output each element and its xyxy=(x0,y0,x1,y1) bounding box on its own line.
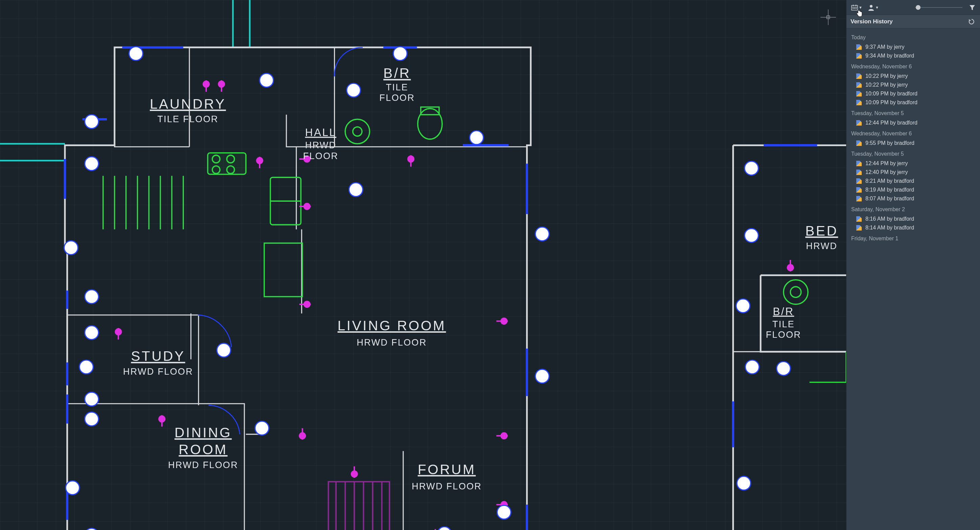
history-list[interactable]: Today9:37 AM by jerry9:34 AM by bradford… xyxy=(846,29,980,530)
svg-text:HRWD FLOOR: HRWD FLOOR xyxy=(168,460,238,470)
file-icon xyxy=(856,216,862,222)
svg-point-60 xyxy=(304,203,310,209)
svg-rect-177 xyxy=(853,8,854,9)
svg-text:FLOOR: FLOOR xyxy=(766,329,801,340)
svg-text:TILE: TILE xyxy=(772,319,795,329)
svg-text:1: 1 xyxy=(264,74,270,86)
history-entry[interactable]: 10:22 PM by jerry xyxy=(850,72,978,81)
svg-text:DINING: DINING xyxy=(175,425,232,440)
history-entry[interactable]: 10:09 PM by bradford xyxy=(850,89,978,98)
file-icon xyxy=(856,196,862,202)
svg-text:2: 2 xyxy=(740,300,746,312)
svg-point-62 xyxy=(304,301,310,307)
svg-text:STUDY: STUDY xyxy=(131,348,185,364)
svg-text:6: 6 xyxy=(501,506,507,519)
history-entry-label: 12:44 PM by bradford xyxy=(865,120,918,126)
file-icon xyxy=(856,91,862,97)
date-filter-button[interactable]: ▼ xyxy=(850,4,864,11)
history-entry-label: 12:44 PM by jerry xyxy=(865,160,908,166)
svg-point-76 xyxy=(256,157,262,163)
svg-text:3: 3 xyxy=(221,344,227,356)
svg-point-32 xyxy=(345,119,369,144)
svg-text:BED: BED xyxy=(805,223,838,239)
history-entry[interactable]: 12:44 PM by bradford xyxy=(850,118,978,127)
history-entry-label: 8:21 AM by bradford xyxy=(865,178,914,184)
history-entry[interactable]: 8:16 AM by bradford xyxy=(850,215,978,223)
svg-text:3: 3 xyxy=(68,242,74,254)
history-group-date: Wednesday, November 6 xyxy=(850,127,978,139)
svg-text:2: 2 xyxy=(397,47,403,59)
history-entry-label: 9:34 AM by bradford xyxy=(865,53,914,59)
history-entry[interactable]: 8:21 AM by bradford xyxy=(850,177,978,185)
history-entry[interactable]: 10:22 PM by jerry xyxy=(850,81,978,89)
svg-text:3: 3 xyxy=(539,228,545,240)
history-entry[interactable]: 12:40 PM by jerry xyxy=(850,168,978,177)
svg-point-180 xyxy=(870,5,872,8)
drawing-canvas[interactable]: 1 2 3 2 2 7 2 2 3 2 2 2 1 2 6 1 3 3 3 4 xyxy=(0,0,846,530)
svg-text:B/R: B/R xyxy=(383,65,411,81)
svg-text:2: 2 xyxy=(89,413,95,425)
svg-text:4: 4 xyxy=(259,422,265,434)
svg-point-165 xyxy=(791,287,801,297)
refresh-icon xyxy=(969,19,975,25)
history-group-date: Friday, November 1 xyxy=(850,232,978,244)
history-entry-label: 12:40 PM by jerry xyxy=(865,169,908,175)
svg-text:2: 2 xyxy=(741,477,747,489)
history-entry[interactable]: 9:37 AM by jerry xyxy=(850,43,978,51)
timeline-slider[interactable] xyxy=(915,5,963,10)
svg-text:ROOM: ROOM xyxy=(179,442,228,457)
history-entry-label: 10:22 PM by jerry xyxy=(865,82,908,88)
history-entry[interactable]: 10:09 PM by bradford xyxy=(850,98,978,107)
svg-text:FLOOR: FLOOR xyxy=(303,151,338,161)
svg-rect-178 xyxy=(854,8,855,9)
history-group-date: Today xyxy=(850,31,978,43)
file-icon xyxy=(856,187,862,193)
file-icon xyxy=(856,225,862,231)
svg-text:2: 2 xyxy=(89,291,95,303)
chevron-down-icon: ▼ xyxy=(859,5,862,10)
history-entry-label: 8:16 AM by bradford xyxy=(865,216,914,222)
svg-text:1: 1 xyxy=(474,132,480,144)
file-icon xyxy=(856,44,862,50)
svg-rect-42 xyxy=(328,482,390,530)
svg-text:HRWD FLOOR: HRWD FLOOR xyxy=(356,337,426,348)
history-entry-label: 8:07 AM by bradford xyxy=(865,196,914,202)
history-entry[interactable]: 8:14 AM by bradford xyxy=(850,223,978,232)
file-icon xyxy=(856,178,862,184)
panel-toolbar: ▼ ▼ xyxy=(846,0,980,15)
svg-text:2: 2 xyxy=(89,157,95,169)
history-entry-label: 10:09 PM by bradford xyxy=(865,99,918,105)
svg-text:LAUNDRY: LAUNDRY xyxy=(150,96,226,112)
svg-text:HRWD FLOOR: HRWD FLOOR xyxy=(412,481,482,492)
svg-text:7: 7 xyxy=(749,361,755,373)
history-group-date: Tuesday, November 5 xyxy=(850,107,978,118)
filter-button[interactable] xyxy=(968,4,977,11)
history-entry[interactable]: 8:19 AM by bradford xyxy=(850,185,978,194)
filter-icon xyxy=(969,5,975,11)
history-group-date: Tuesday, November 5 xyxy=(850,148,978,159)
svg-text:6: 6 xyxy=(353,184,359,196)
history-entry[interactable]: 12:44 PM by jerry xyxy=(850,159,978,168)
panel-title: Version History xyxy=(851,18,893,25)
svg-text:2: 2 xyxy=(89,393,95,405)
svg-text:B/R: B/R xyxy=(773,305,794,318)
file-icon xyxy=(856,120,862,126)
history-group-date: Wednesday, November 6 xyxy=(850,60,978,72)
svg-point-164 xyxy=(784,280,808,304)
svg-point-66 xyxy=(501,318,507,324)
refresh-button[interactable] xyxy=(967,18,976,26)
chevron-down-icon: ▼ xyxy=(875,5,879,10)
svg-point-68 xyxy=(501,433,507,439)
history-entry[interactable]: 8:07 AM by bradford xyxy=(850,194,978,203)
svg-point-167 xyxy=(788,265,794,271)
svg-text:FLOOR: FLOOR xyxy=(379,93,415,103)
history-entry[interactable]: 9:55 PM by bradford xyxy=(850,139,978,148)
file-icon xyxy=(856,82,862,88)
svg-text:HRWD FLOOR: HRWD FLOOR xyxy=(123,366,193,377)
calendar-icon xyxy=(851,5,858,11)
history-entry-label: 10:09 PM by bradford xyxy=(865,91,918,97)
user-icon xyxy=(868,4,875,11)
user-filter-button[interactable]: ▼ xyxy=(866,3,880,11)
history-entry[interactable]: 9:34 AM by bradford xyxy=(850,51,978,60)
svg-text:2: 2 xyxy=(350,84,356,96)
